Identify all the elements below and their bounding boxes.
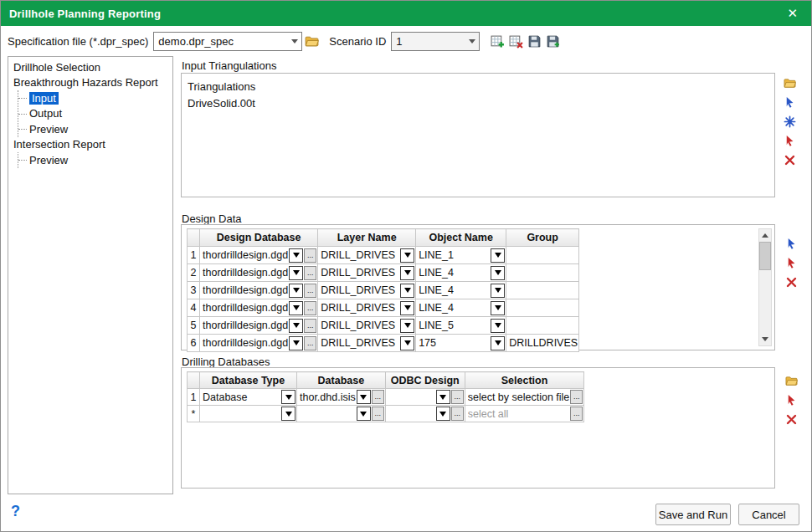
dropdown-button[interactable]: [400, 266, 414, 280]
chevron-down-icon[interactable]: [287, 39, 301, 43]
dropdown-button[interactable]: [491, 336, 505, 350]
deselect-button[interactable]: [783, 254, 799, 271]
design-database-value[interactable]: thordrilldesign.dgd: [203, 267, 288, 279]
dropdown-button[interactable]: [491, 284, 505, 298]
dropdown-button[interactable]: [289, 266, 303, 280]
dropdown-button[interactable]: [400, 284, 414, 298]
triangulations-list[interactable]: Triangulations DriveSolid.00t: [181, 73, 775, 197]
remove-all-button[interactable]: [783, 411, 799, 427]
browse-button[interactable]: ...: [372, 390, 384, 404]
remove-all-button[interactable]: [783, 274, 799, 290]
column-header[interactable]: Group: [506, 229, 579, 247]
help-button[interactable]: ?: [11, 503, 20, 520]
scrollbar-thumb[interactable]: [759, 242, 771, 270]
column-header[interactable]: Database: [297, 372, 386, 389]
browse-database-button[interactable]: [783, 372, 799, 389]
new-scenario-button[interactable]: [488, 32, 506, 50]
dropdown-button[interactable]: [357, 407, 371, 421]
object-name-value[interactable]: LINE_4: [419, 284, 490, 296]
tree-item-drillhole-selection[interactable]: Drillhole Selection: [12, 59, 172, 75]
tree-item-intersection-preview[interactable]: Preview: [18, 152, 172, 168]
design-database-value[interactable]: thordrilldesign.dgd: [203, 337, 288, 349]
browse-button[interactable]: ...: [372, 407, 384, 421]
browse-button[interactable]: ...: [451, 407, 464, 421]
dropdown-button[interactable]: [289, 336, 303, 350]
layer-name-value[interactable]: DRILL_DRIVES: [321, 249, 399, 261]
design-database-value[interactable]: thordrilldesign.dgd: [203, 249, 288, 261]
dropdown-button[interactable]: [491, 301, 505, 315]
browse-button[interactable]: ...: [304, 284, 316, 298]
deselect-button[interactable]: [781, 132, 798, 149]
browse-button[interactable]: ...: [304, 319, 316, 333]
chevron-down-icon[interactable]: [465, 39, 479, 43]
dropdown-button[interactable]: [281, 390, 296, 404]
scenario-id-combobox[interactable]: 1: [391, 32, 480, 51]
tree-item-input[interactable]: Input: [18, 90, 172, 106]
select-on-screen-button[interactable]: [781, 94, 798, 110]
layer-name-value[interactable]: DRILL_DRIVES: [321, 337, 399, 349]
dropdown-button[interactable]: [289, 248, 303, 263]
vertical-scrollbar[interactable]: [758, 228, 772, 346]
browse-button[interactable]: ...: [570, 407, 583, 421]
design-database-value[interactable]: thordrilldesign.dgd: [203, 320, 288, 331]
design-database-value[interactable]: thordrilldesign.dgd: [203, 302, 288, 314]
browse-triangulation-button[interactable]: [781, 74, 798, 91]
layer-name-value[interactable]: DRILL_DRIVES: [321, 302, 399, 314]
save-scenario-button[interactable]: [525, 32, 543, 50]
list-item[interactable]: DriveSolid.00t: [188, 95, 774, 111]
database-value[interactable]: thor.dhd.isis: [300, 391, 356, 403]
scroll-up-button[interactable]: [759, 229, 771, 242]
scroll-down-button[interactable]: [759, 333, 771, 345]
browse-button[interactable]: ...: [304, 336, 316, 350]
dropdown-button[interactable]: [400, 301, 414, 315]
save-and-run-button[interactable]: Save and Run: [655, 504, 731, 525]
dropdown-button[interactable]: [436, 390, 450, 404]
dropdown-button[interactable]: [289, 284, 303, 298]
group-value[interactable]: DRILLDRIVES: [509, 337, 578, 349]
tree-item-output[interactable]: Output: [18, 106, 172, 122]
column-header[interactable]: Layer Name: [318, 229, 416, 247]
layer-name-value[interactable]: DRILL_DRIVES: [321, 267, 399, 279]
object-name-value[interactable]: LINE_4: [419, 302, 490, 314]
list-item[interactable]: Triangulations: [188, 78, 774, 95]
database-type-value[interactable]: Database: [203, 391, 280, 403]
dropdown-button[interactable]: [289, 301, 303, 315]
select-on-screen-button[interactable]: [783, 235, 799, 252]
browse-button[interactable]: ...: [304, 301, 316, 315]
object-name-value[interactable]: LINE_5: [419, 320, 490, 331]
deselect-button[interactable]: [783, 391, 799, 408]
dropdown-button[interactable]: [491, 319, 505, 333]
column-header[interactable]: Design Database: [200, 229, 318, 247]
dropdown-button[interactable]: [400, 319, 414, 333]
dropdown-button[interactable]: [400, 248, 414, 263]
dropdown-button[interactable]: [436, 407, 450, 421]
tree-item-intersection-report[interactable]: Intersection Report: [12, 137, 172, 153]
dropdown-button[interactable]: [491, 248, 505, 263]
tree-item-breakthrough-hazards-report[interactable]: Breakthrough Hazards Report: [12, 75, 172, 91]
column-header[interactable]: Object Name: [416, 229, 506, 247]
save-scenario-as-button[interactable]: [543, 32, 562, 50]
column-header[interactable]: Selection: [465, 372, 584, 389]
dropdown-button[interactable]: [491, 266, 505, 280]
browse-button[interactable]: ...: [451, 390, 464, 404]
delete-scenario-button[interactable]: [506, 32, 525, 50]
cancel-button[interactable]: Cancel: [738, 504, 799, 525]
design-database-value[interactable]: thordrilldesign.dgd: [203, 284, 288, 296]
selection-value[interactable]: select all: [468, 408, 570, 420]
dropdown-button[interactable]: [289, 319, 303, 333]
dropdown-button[interactable]: [357, 390, 371, 404]
browse-button[interactable]: ...: [570, 390, 583, 404]
select-by-button[interactable]: [781, 113, 798, 130]
close-button[interactable]: ✕: [782, 6, 803, 21]
browse-spec-folder-button[interactable]: [302, 32, 321, 50]
spec-file-combobox[interactable]: demo.dpr_spec: [153, 32, 302, 51]
remove-all-button[interactable]: [781, 151, 798, 168]
layer-name-value[interactable]: DRILL_DRIVES: [321, 320, 399, 331]
selection-value[interactable]: select by selection file: [468, 391, 570, 403]
browse-button[interactable]: ...: [304, 248, 316, 263]
tree-item-preview[interactable]: Preview: [18, 121, 172, 137]
dropdown-button[interactable]: [281, 407, 296, 421]
object-name-value[interactable]: 175: [419, 337, 490, 349]
browse-button[interactable]: ...: [304, 266, 316, 280]
object-name-value[interactable]: LINE_4: [419, 267, 490, 279]
